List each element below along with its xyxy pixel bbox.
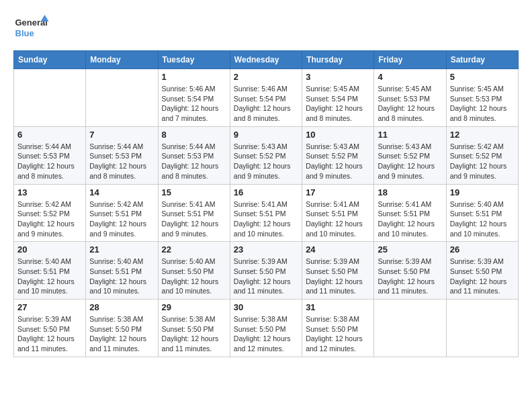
calendar-week-row: 27Sunrise: 5:39 AMSunset: 5:50 PMDayligh… bbox=[14, 300, 519, 357]
calendar-week-row: 1Sunrise: 5:46 AMSunset: 5:54 PMDaylight… bbox=[14, 69, 519, 127]
day-info: Sunrise: 5:39 AMSunset: 5:50 PMDaylight:… bbox=[306, 257, 370, 296]
calendar-cell: 30Sunrise: 5:38 AMSunset: 5:50 PMDayligh… bbox=[230, 300, 302, 357]
day-number: 8 bbox=[162, 130, 226, 140]
day-number: 1 bbox=[162, 72, 226, 82]
day-number: 9 bbox=[234, 130, 298, 140]
calendar-cell: 17Sunrise: 5:41 AMSunset: 5:51 PMDayligh… bbox=[302, 184, 374, 242]
day-info: Sunrise: 5:41 AMSunset: 5:51 PMDaylight:… bbox=[234, 199, 298, 239]
day-number: 17 bbox=[306, 187, 370, 197]
day-number: 23 bbox=[234, 244, 298, 255]
day-number: 10 bbox=[306, 130, 370, 140]
calendar-cell: 20Sunrise: 5:40 AMSunset: 5:51 PMDayligh… bbox=[14, 242, 86, 300]
calendar-cell: 14Sunrise: 5:42 AMSunset: 5:51 PMDayligh… bbox=[86, 184, 158, 242]
day-info: Sunrise: 5:44 AMSunset: 5:53 PMDaylight:… bbox=[89, 142, 154, 181]
day-info: Sunrise: 5:40 AMSunset: 5:50 PMDaylight:… bbox=[162, 257, 226, 296]
calendar-cell: 25Sunrise: 5:39 AMSunset: 5:50 PMDayligh… bbox=[374, 242, 446, 300]
calendar-week-row: 20Sunrise: 5:40 AMSunset: 5:51 PMDayligh… bbox=[14, 242, 519, 300]
calendar-cell: 29Sunrise: 5:38 AMSunset: 5:50 PMDayligh… bbox=[158, 300, 230, 357]
day-number: 27 bbox=[17, 302, 82, 312]
day-info: Sunrise: 5:46 AMSunset: 5:54 PMDaylight:… bbox=[162, 84, 226, 124]
day-info: Sunrise: 5:44 AMSunset: 5:53 PMDaylight:… bbox=[17, 142, 82, 181]
day-number: 19 bbox=[450, 187, 515, 197]
day-info: Sunrise: 5:43 AMSunset: 5:52 PMDaylight:… bbox=[306, 142, 370, 181]
calendar-header-monday: Monday bbox=[86, 51, 158, 69]
calendar-cell: 2Sunrise: 5:46 AMSunset: 5:54 PMDaylight… bbox=[230, 69, 302, 127]
calendar-cell: 26Sunrise: 5:39 AMSunset: 5:50 PMDayligh… bbox=[446, 242, 518, 300]
calendar-cell: 31Sunrise: 5:38 AMSunset: 5:50 PMDayligh… bbox=[302, 300, 374, 357]
calendar-header-tuesday: Tuesday bbox=[158, 51, 230, 69]
day-number: 20 bbox=[17, 244, 82, 255]
day-number: 26 bbox=[450, 244, 515, 255]
day-info: Sunrise: 5:39 AMSunset: 5:50 PMDaylight:… bbox=[378, 257, 442, 296]
calendar-cell: 16Sunrise: 5:41 AMSunset: 5:51 PMDayligh… bbox=[230, 184, 302, 242]
calendar-cell: 3Sunrise: 5:45 AMSunset: 5:54 PMDaylight… bbox=[302, 69, 374, 127]
day-info: Sunrise: 5:46 AMSunset: 5:54 PMDaylight:… bbox=[234, 84, 298, 124]
calendar-cell: 19Sunrise: 5:40 AMSunset: 5:51 PMDayligh… bbox=[446, 184, 518, 242]
day-info: Sunrise: 5:38 AMSunset: 5:50 PMDaylight:… bbox=[234, 314, 298, 354]
day-info: Sunrise: 5:45 AMSunset: 5:54 PMDaylight:… bbox=[306, 84, 370, 124]
day-number: 14 bbox=[89, 187, 154, 197]
calendar-cell: 15Sunrise: 5:41 AMSunset: 5:51 PMDayligh… bbox=[158, 184, 230, 242]
day-info: Sunrise: 5:45 AMSunset: 5:53 PMDaylight:… bbox=[378, 84, 442, 124]
day-number: 22 bbox=[162, 244, 226, 255]
day-info: Sunrise: 5:41 AMSunset: 5:51 PMDaylight:… bbox=[378, 199, 442, 239]
day-number: 5 bbox=[450, 72, 515, 82]
calendar-header-friday: Friday bbox=[374, 51, 446, 69]
day-info: Sunrise: 5:40 AMSunset: 5:51 PMDaylight:… bbox=[17, 257, 82, 296]
calendar-cell: 22Sunrise: 5:40 AMSunset: 5:50 PMDayligh… bbox=[158, 242, 230, 300]
day-info: Sunrise: 5:42 AMSunset: 5:52 PMDaylight:… bbox=[17, 199, 82, 239]
day-number: 18 bbox=[378, 187, 442, 197]
day-number: 15 bbox=[162, 187, 226, 197]
calendar-header-wednesday: Wednesday bbox=[230, 51, 302, 69]
calendar-cell: 24Sunrise: 5:39 AMSunset: 5:50 PMDayligh… bbox=[302, 242, 374, 300]
day-info: Sunrise: 5:39 AMSunset: 5:50 PMDaylight:… bbox=[17, 314, 82, 354]
day-info: Sunrise: 5:39 AMSunset: 5:50 PMDaylight:… bbox=[234, 257, 298, 296]
svg-text:Blue: Blue bbox=[15, 28, 34, 38]
day-number: 2 bbox=[234, 72, 298, 82]
calendar-cell: 1Sunrise: 5:46 AMSunset: 5:54 PMDaylight… bbox=[158, 69, 230, 127]
calendar-header-saturday: Saturday bbox=[446, 51, 518, 69]
calendar-header-sunday: Sunday bbox=[14, 51, 86, 69]
day-info: Sunrise: 5:38 AMSunset: 5:50 PMDaylight:… bbox=[89, 314, 154, 354]
calendar-cell: 12Sunrise: 5:42 AMSunset: 5:52 PMDayligh… bbox=[446, 126, 518, 184]
day-info: Sunrise: 5:45 AMSunset: 5:53 PMDaylight:… bbox=[450, 84, 515, 124]
day-info: Sunrise: 5:43 AMSunset: 5:52 PMDaylight:… bbox=[234, 142, 298, 181]
day-info: Sunrise: 5:38 AMSunset: 5:50 PMDaylight:… bbox=[162, 314, 226, 354]
day-info: Sunrise: 5:40 AMSunset: 5:51 PMDaylight:… bbox=[450, 199, 515, 239]
calendar-week-row: 6Sunrise: 5:44 AMSunset: 5:53 PMDaylight… bbox=[14, 126, 519, 184]
calendar-cell: 7Sunrise: 5:44 AMSunset: 5:53 PMDaylight… bbox=[86, 126, 158, 184]
day-info: Sunrise: 5:38 AMSunset: 5:50 PMDaylight:… bbox=[306, 314, 370, 354]
day-info: Sunrise: 5:41 AMSunset: 5:51 PMDaylight:… bbox=[306, 199, 370, 239]
day-number: 25 bbox=[378, 244, 442, 255]
calendar-cell: 10Sunrise: 5:43 AMSunset: 5:52 PMDayligh… bbox=[302, 126, 374, 184]
calendar-header-thursday: Thursday bbox=[302, 51, 374, 69]
calendar-cell: 13Sunrise: 5:42 AMSunset: 5:52 PMDayligh… bbox=[14, 184, 86, 242]
calendar-cell: 28Sunrise: 5:38 AMSunset: 5:50 PMDayligh… bbox=[86, 300, 158, 357]
calendar-cell: 6Sunrise: 5:44 AMSunset: 5:53 PMDaylight… bbox=[14, 126, 86, 184]
calendar-cell: 18Sunrise: 5:41 AMSunset: 5:51 PMDayligh… bbox=[374, 184, 446, 242]
calendar-week-row: 13Sunrise: 5:42 AMSunset: 5:52 PMDayligh… bbox=[14, 184, 519, 242]
day-number: 30 bbox=[234, 302, 298, 312]
day-number: 12 bbox=[450, 130, 515, 140]
day-number: 6 bbox=[17, 130, 82, 140]
calendar-header-row: SundayMondayTuesdayWednesdayThursdayFrid… bbox=[14, 51, 519, 69]
day-number: 13 bbox=[17, 187, 82, 197]
calendar-cell: 27Sunrise: 5:39 AMSunset: 5:50 PMDayligh… bbox=[14, 300, 86, 357]
calendar-cell: 23Sunrise: 5:39 AMSunset: 5:50 PMDayligh… bbox=[230, 242, 302, 300]
page-header: General Blue bbox=[13, 13, 519, 44]
calendar-cell bbox=[446, 300, 518, 357]
day-number: 31 bbox=[306, 302, 370, 312]
day-number: 3 bbox=[306, 72, 370, 82]
calendar-cell: 8Sunrise: 5:44 AMSunset: 5:53 PMDaylight… bbox=[158, 126, 230, 184]
day-number: 16 bbox=[234, 187, 298, 197]
logo-svg: General Blue bbox=[13, 13, 50, 44]
calendar-cell bbox=[14, 69, 86, 127]
day-number: 28 bbox=[89, 302, 154, 312]
day-info: Sunrise: 5:44 AMSunset: 5:53 PMDaylight:… bbox=[162, 142, 226, 181]
day-number: 4 bbox=[378, 72, 442, 82]
day-number: 21 bbox=[89, 244, 154, 255]
day-info: Sunrise: 5:41 AMSunset: 5:51 PMDaylight:… bbox=[162, 199, 226, 239]
day-info: Sunrise: 5:42 AMSunset: 5:52 PMDaylight:… bbox=[450, 142, 515, 181]
calendar-cell: 11Sunrise: 5:43 AMSunset: 5:52 PMDayligh… bbox=[374, 126, 446, 184]
day-number: 11 bbox=[378, 130, 442, 140]
